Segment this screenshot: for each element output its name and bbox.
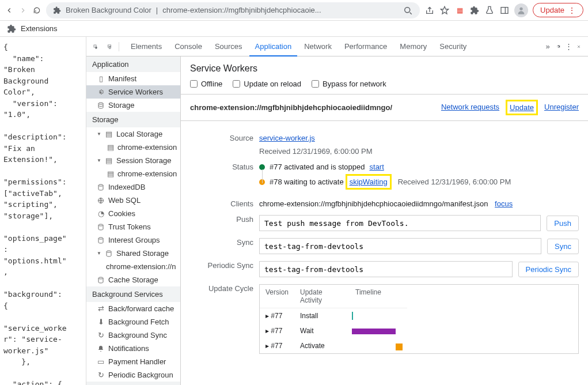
uc-row[interactable]: ▸ #77 Wait (260, 323, 578, 338)
sidebar-item-local-storage-child[interactable]: ▤ chrome-extension (86, 141, 180, 154)
bell-icon (97, 345, 105, 353)
sidebar-item-trust-tokens[interactable]: Trust Tokens (86, 220, 180, 233)
sidebar-item-manifest[interactable]: ▯ Manifest (86, 72, 180, 85)
more-tabs-icon[interactable]: » (543, 42, 552, 51)
manifest-json-code: { "name": "Broken Background Color", "ve… (0, 37, 86, 385)
sidebar-item-session-storage-child[interactable]: ▤ chrome-extension (86, 167, 180, 180)
tab-application[interactable]: Application (249, 37, 298, 56)
timeline-bar-activate (396, 344, 403, 350)
extension-icon (53, 6, 61, 14)
svg-point-13 (98, 277, 103, 279)
kebab-icon[interactable]: ⋮ (564, 42, 573, 51)
color-ext-icon[interactable]: ▦ (454, 5, 465, 16)
svg-point-7 (98, 103, 103, 104)
sidebar-item-bgsync[interactable]: ↻ Background Sync (86, 329, 180, 342)
tab-memory[interactable]: Memory (394, 37, 433, 55)
uc-row[interactable]: ▸ #77 Activate (260, 338, 578, 353)
download-icon: ⬇ (97, 318, 105, 326)
application-sidebar: Application ▯ Manifest Service Workers (86, 56, 181, 385)
sidebar-item-shared-storage[interactable]: ▼ Shared Storage (86, 247, 180, 260)
skip-waiting-link[interactable]: skipWaiting (348, 177, 389, 187)
inspect-icon[interactable] (91, 42, 100, 51)
tab-performance[interactable]: Performance (339, 37, 393, 55)
focus-link[interactable]: focus (495, 199, 513, 208)
database-icon (97, 236, 105, 244)
back-button[interactable] (5, 6, 14, 15)
sidebar-item-bfcache[interactable]: ⇄ Back/forward cache (86, 302, 180, 315)
side-panel-icon[interactable] (499, 5, 510, 16)
database-icon (97, 276, 105, 284)
sidebar-item-notifications[interactable]: Notifications (86, 342, 180, 355)
svg-point-10 (98, 224, 103, 226)
labs-flask-icon[interactable] (484, 5, 495, 16)
forward-button[interactable] (18, 6, 28, 15)
svg-point-2 (519, 7, 522, 10)
svg-rect-1 (501, 7, 508, 13)
settings-gear-icon[interactable] (553, 42, 563, 51)
sidebar-item-service-workers[interactable]: Service Workers (86, 85, 180, 99)
svg-point-11 (98, 237, 103, 239)
sidebar-section-background: Background Services (86, 286, 180, 302)
tab-sources[interactable]: Sources (209, 37, 248, 55)
sidebar-item-cache-storage[interactable]: Cache Storage (86, 273, 180, 286)
push-input[interactable] (259, 215, 541, 231)
push-button[interactable]: Push (547, 216, 579, 231)
update-link[interactable]: Update (509, 103, 535, 112)
chevron-down-icon: ▼ (97, 251, 101, 256)
tab-console[interactable]: Console (169, 37, 208, 55)
sidebar-item-interest-groups[interactable]: Interest Groups (86, 233, 180, 247)
panel-heading: Service Workers (190, 63, 579, 74)
bypass-network-checkbox[interactable]: Bypass for network (312, 80, 386, 88)
reload-button[interactable] (32, 6, 41, 15)
offline-checkbox[interactable]: Offline (190, 80, 222, 88)
chrome-update-button[interactable]: Update ⋮ (533, 3, 583, 17)
sidebar-item-periodic-bg[interactable]: ↻ Periodic Backgroun (86, 368, 180, 382)
extensions-icon (7, 24, 16, 33)
periodic-sync-button[interactable]: Periodic Sync (518, 262, 579, 277)
chevron-down-icon: ▼ (97, 131, 101, 137)
search-icon[interactable] (403, 5, 413, 16)
status-78-text: #78 waiting to activate (270, 178, 344, 186)
profile-avatar[interactable] (514, 3, 528, 17)
sync-input[interactable] (259, 238, 541, 254)
sidebar-section-storage: Storage (86, 112, 180, 127)
database-icon (105, 250, 113, 258)
status-label: Status (190, 163, 259, 171)
start-link[interactable]: start (370, 163, 384, 171)
cookie-icon: ◔ (97, 210, 105, 218)
sync-icon: ↻ (97, 331, 105, 339)
periodic-sync-input[interactable] (259, 261, 513, 277)
extensions-puzzle-icon[interactable] (469, 5, 480, 16)
sidebar-item-local-storage[interactable]: ▼ ▤ Local Storage (86, 127, 180, 141)
update-on-reload-checkbox[interactable]: Update on reload (233, 80, 301, 88)
sidebar-item-cookies[interactable]: ◔ Cookies (86, 207, 180, 220)
uc-row[interactable]: ▸ #77 Install (260, 308, 578, 323)
svg-point-8 (98, 184, 103, 186)
storage-icon (97, 101, 105, 110)
network-requests-link[interactable]: Network requests (441, 103, 499, 112)
sidebar-item-payment[interactable]: ▭ Payment Handler (86, 355, 180, 368)
document-icon: ▯ (97, 75, 105, 83)
sync-button[interactable]: Sync (547, 239, 579, 254)
gear-icon (97, 88, 105, 96)
tab-elements[interactable]: Elements (125, 37, 168, 55)
unregister-link[interactable]: Unregister (544, 103, 579, 112)
sidebar-item-shared-storage-child[interactable]: chrome-extension://n (86, 260, 180, 273)
uc-header-activity: Update Activity (294, 285, 350, 308)
sidebar-item-websql[interactable]: Web SQL (86, 194, 180, 207)
source-file-link[interactable]: service-worker.js (259, 134, 315, 142)
sidebar-item-session-storage[interactable]: ▼ ▤ Session Storage (86, 154, 180, 167)
close-devtools-icon[interactable] (574, 42, 583, 51)
table-icon: ▤ (105, 157, 113, 165)
bookmark-star-icon[interactable] (439, 5, 450, 16)
tab-network[interactable]: Network (298, 37, 337, 55)
sidebar-item-bgfetch[interactable]: ⬇ Background Fetch (86, 315, 180, 329)
sidebar-item-storage[interactable]: Storage (86, 99, 180, 112)
tab-security[interactable]: Security (434, 37, 472, 55)
periodic-sync-label: Periodic Sync (190, 261, 259, 270)
device-toggle-icon[interactable] (105, 42, 114, 51)
source-label: Source (190, 134, 259, 142)
omnibox[interactable]: Broken Background Color | chrome-extensi… (46, 2, 420, 18)
sidebar-item-indexeddb[interactable]: IndexedDB (86, 180, 180, 194)
share-icon[interactable] (424, 5, 435, 16)
